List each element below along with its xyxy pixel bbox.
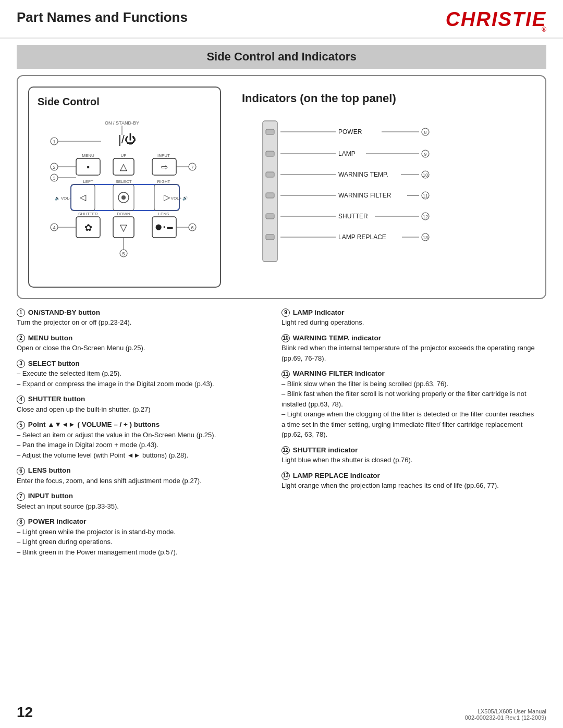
circ-1: 1 <box>17 309 25 317</box>
desc-item-1: 1 ON/STAND-BY button Turn the projector … <box>17 309 271 328</box>
svg-text:MENU: MENU <box>82 153 94 158</box>
section-title-bar: Side Control and Indicators <box>17 45 546 69</box>
circ-6: 6 <box>17 467 25 475</box>
descriptions-section: 1 ON/STAND-BY button Turn the projector … <box>17 309 546 563</box>
desc-title-12: 12 SHUTTER indicator <box>282 446 536 454</box>
doc-number: 002-000232-01 Rev.1 (12-2009) <box>465 714 546 721</box>
svg-text:⬤ ▪ ▬: ⬤ ▪ ▬ <box>155 224 173 230</box>
desc-body-3: Execute the selected item (p.25). Expand… <box>17 368 271 389</box>
desc-item-3: 3 SELECT button Execute the selected ite… <box>17 360 271 389</box>
svg-text:WARNING TEMP.: WARNING TEMP. <box>338 171 388 178</box>
desc-body-11: Blink slow when the filter is being scro… <box>282 379 536 440</box>
page-title: Part Names and Functions <box>17 9 188 26</box>
desc-body-13: Light orange when the projection lamp re… <box>282 480 536 491</box>
svg-text:ON / STAND-BY: ON / STAND-BY <box>105 120 139 126</box>
svg-rect-80 <box>266 214 274 219</box>
circ-12: 12 <box>282 446 290 454</box>
desc-title-7: 7 INPUT button <box>17 492 271 500</box>
desc-title-8: 8 POWER indicator <box>17 517 271 526</box>
circ-13: 13 <box>282 472 290 480</box>
svg-text:⇨: ⇨ <box>161 163 168 171</box>
circ-5: 5 <box>17 421 25 429</box>
svg-text:11: 11 <box>423 193 428 199</box>
svg-text:✿: ✿ <box>84 223 92 233</box>
svg-text:WARNING FILTER: WARNING FILTER <box>338 192 391 199</box>
manual-name: LX505/LX605 User Manual <box>465 708 546 714</box>
svg-rect-55 <box>263 121 277 262</box>
desc-title-1: 1 ON/STAND-BY button <box>17 309 271 317</box>
desc-col-right: 9 LAMP indicator Light red during operat… <box>282 309 546 563</box>
desc-item-8: 8 POWER indicator Light green while the … <box>17 517 271 557</box>
svg-text:2: 2 <box>53 165 55 170</box>
desc-body-2: Open or close the On-Screen Menu (p.25). <box>17 343 271 353</box>
indicators-box: Indicators (on the top panel) POWER 8 LA… <box>237 87 535 288</box>
svg-text:3: 3 <box>53 176 55 181</box>
desc-title-13: 13 LAMP REPLACE indicator <box>282 472 536 480</box>
desc-body-6: Enter the focus, zoom, and lens shift ad… <box>17 476 271 486</box>
desc-title-3: 3 SELECT button <box>17 360 271 368</box>
desc-item-9: 9 LAMP indicator Light red during operat… <box>282 309 536 328</box>
svg-text:9: 9 <box>424 152 426 157</box>
indicators-title: Indicators (on the top panel) <box>242 92 535 105</box>
section-title: Side Control and Indicators <box>206 50 356 63</box>
desc-title-9: 9 LAMP indicator <box>282 309 536 317</box>
brand-registered: ® <box>542 26 546 33</box>
svg-text:△: △ <box>120 162 127 172</box>
svg-text:LEFT: LEFT <box>83 179 93 184</box>
svg-text:UP: UP <box>120 153 126 158</box>
svg-text:SHUTTER: SHUTTER <box>338 213 368 220</box>
svg-text:LAMP REPLACE: LAMP REPLACE <box>338 233 386 241</box>
desc-body-1: Turn the projector on or off (pp.23-24). <box>17 317 271 328</box>
svg-text:LENS: LENS <box>158 212 169 216</box>
diagram-area: Side Control ON / STAND-BY |/⏻ 1 MENU ▪ … <box>17 75 546 299</box>
desc-body-12: Light blue when the shutter is closed (p… <box>282 455 536 465</box>
svg-rect-86 <box>266 235 274 240</box>
svg-text:6: 6 <box>191 225 193 230</box>
svg-text:DOWN: DOWN <box>117 212 130 216</box>
svg-text:12: 12 <box>423 214 428 219</box>
svg-text:INPUT: INPUT <box>157 153 170 158</box>
svg-point-33 <box>121 195 126 200</box>
svg-text:1: 1 <box>53 139 55 144</box>
desc-item-13: 13 LAMP REPLACE indicator Light orange w… <box>282 472 536 491</box>
desc-title-4: 4 SHUTTER button <box>17 395 271 403</box>
desc-body-7: Select an input source (pp.33-35). <box>17 501 271 512</box>
svg-text:|/⏻: |/⏻ <box>118 133 136 146</box>
desc-body-10: Blink red when the internal temperature … <box>282 343 536 363</box>
desc-item-6: 6 LENS button Enter the focus, zoom, and… <box>17 466 271 486</box>
circ-11: 11 <box>282 370 290 378</box>
desc-body-9: Light red during operations. <box>282 317 536 328</box>
desc-title-2: 2 MENU button <box>17 334 271 342</box>
page-footer: 12 LX505/LX605 User Manual 002-000232-01… <box>0 704 563 721</box>
desc-item-4: 4 SHUTTER button Close and open up the b… <box>17 395 271 414</box>
svg-text:SHUTTER: SHUTTER <box>78 212 98 216</box>
desc-item-12: 12 SHUTTER indicator Light blue when the… <box>282 446 536 465</box>
svg-text:POWER: POWER <box>338 128 362 135</box>
svg-rect-62 <box>266 151 274 156</box>
indicators-diagram-svg: POWER 8 LAMP 9 WARNING TEMP. 10 WARNING … <box>242 116 450 272</box>
brand-name: CHRISTIE <box>446 9 546 29</box>
circ-9: 9 <box>282 309 290 317</box>
svg-text:▪: ▪ <box>87 163 90 171</box>
svg-text:SELECT: SELECT <box>115 179 131 184</box>
svg-text:RIGHT: RIGHT <box>157 179 170 184</box>
svg-rect-74 <box>266 193 274 198</box>
control-diagram-svg: ON / STAND-BY |/⏻ 1 MENU ▪ 2 3 UP <box>38 115 212 277</box>
circ-7: 7 <box>17 492 25 501</box>
svg-text:🔈 VOL-: 🔈 VOL- <box>55 195 71 201</box>
desc-title-10: 10 WARNING TEMP. indicator <box>282 334 536 342</box>
desc-item-7: 7 INPUT button Select an input source (p… <box>17 492 271 511</box>
footer-right: LX505/LX605 User Manual 002-000232-01 Re… <box>465 708 546 721</box>
circ-4: 4 <box>17 396 25 404</box>
desc-title-11: 11 WARNING FILTER indicator <box>282 369 536 378</box>
desc-item-10: 10 WARNING TEMP. indicator Blink red whe… <box>282 334 536 363</box>
svg-rect-68 <box>266 172 274 177</box>
svg-text:◁: ◁ <box>80 193 87 202</box>
svg-text:4: 4 <box>53 225 55 230</box>
svg-text:▷: ▷ <box>164 193 170 202</box>
svg-rect-56 <box>266 129 274 134</box>
svg-text:13: 13 <box>423 235 428 240</box>
brand-logo: CHRISTIE ® <box>446 9 546 33</box>
desc-title-5: 5 Point ▲▼◄► ( VOLUME – / + ) buttons <box>17 421 271 429</box>
svg-text:5: 5 <box>122 251 125 256</box>
